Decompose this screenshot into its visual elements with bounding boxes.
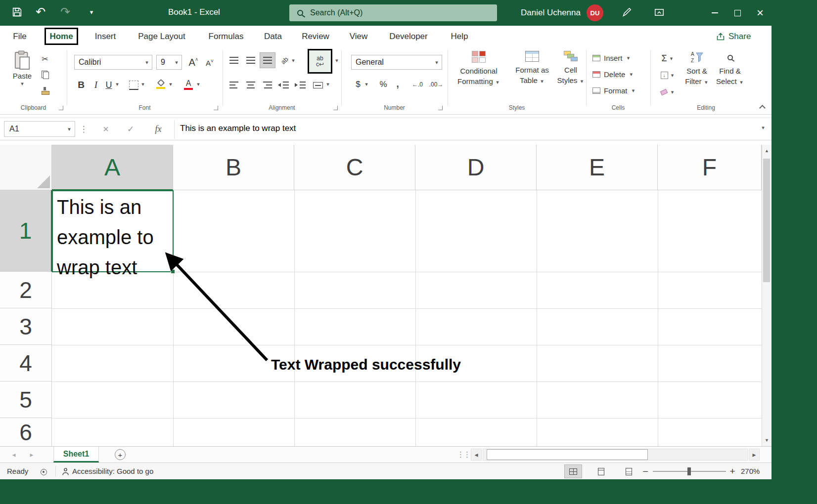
vertical-scrollbar-thumb[interactable] (763, 159, 770, 282)
number-format-combo[interactable]: General (351, 55, 442, 70)
fill-color-caret-icon[interactable] (168, 82, 173, 87)
customize-quick-access-caret-icon[interactable] (89, 9, 94, 15)
copy-button[interactable] (39, 69, 51, 81)
fill-handle[interactable] (171, 269, 175, 274)
column-header-b[interactable]: B (173, 145, 294, 190)
clear-button[interactable] (658, 85, 678, 98)
formula-input[interactable]: This is an example to wrap text (180, 124, 296, 133)
fill-button[interactable]: ↓ (658, 69, 678, 82)
row-header-2[interactable]: 2 (0, 272, 52, 308)
vertical-scrollbar[interactable] (762, 145, 772, 446)
merge-center-button[interactable] (312, 78, 324, 92)
collapse-ribbon-button[interactable] (758, 104, 767, 111)
autosum-button[interactable]: Σ (658, 52, 678, 65)
undo-button[interactable]: ↶ (36, 5, 45, 19)
tab-developer[interactable]: Developer (385, 26, 432, 47)
increase-indent-button[interactable] (294, 79, 307, 91)
bottom-align-button[interactable] (260, 53, 275, 68)
top-align-button[interactable] (227, 53, 241, 68)
tab-file[interactable]: File (8, 26, 32, 47)
ribbon-display-options-icon[interactable] (654, 7, 665, 18)
row-header-4[interactable]: 4 (0, 345, 52, 381)
borders-caret-icon[interactable] (140, 82, 145, 87)
italic-button[interactable]: I (90, 78, 102, 92)
maximize-button[interactable] (726, 0, 749, 26)
cell-a1[interactable]: This is an example to wrap text (52, 190, 174, 272)
save-icon[interactable] (12, 7, 22, 17)
insert-function-button[interactable]: fx (151, 123, 165, 135)
formula-bar-grip[interactable] (80, 124, 87, 134)
middle-align-button[interactable] (243, 53, 258, 68)
horizontal-scrollbar-thumb[interactable] (487, 449, 648, 460)
decrease-font-size-button[interactable]: A˅ (203, 56, 217, 70)
comma-style-button[interactable]: , (394, 75, 402, 90)
zoom-slider-thumb[interactable] (687, 467, 691, 475)
avatar[interactable]: DU (587, 4, 603, 21)
wrap-text-button[interactable]: ab c↩ (308, 49, 332, 74)
tab-home[interactable]: Home (45, 28, 78, 45)
hscroll-right-icon[interactable] (749, 449, 760, 461)
next-sheet-icon[interactable] (26, 450, 38, 460)
redo-button[interactable]: ↷ (60, 5, 70, 19)
cut-button[interactable]: ✂ (39, 53, 51, 65)
macro-record-button[interactable] (40, 468, 47, 476)
orientation-caret-icon[interactable] (291, 58, 296, 63)
font-color-button[interactable]: A (182, 77, 195, 92)
share-button[interactable]: Share (716, 30, 751, 43)
accounting-format-button[interactable]: $ (353, 78, 363, 91)
column-header-e[interactable]: E (537, 145, 658, 190)
font-dialog-launcher[interactable] (214, 106, 218, 110)
minimize-button[interactable] (703, 0, 726, 26)
search-input[interactable]: Search (Alt+Q) (289, 4, 497, 21)
inking-icon[interactable] (621, 7, 632, 18)
column-header-c[interactable]: C (294, 145, 415, 190)
increase-font-size-button[interactable]: A˄ (186, 55, 201, 70)
cell-styles-button[interactable]: Cell Styles (557, 51, 585, 85)
hscroll-left-icon[interactable] (471, 449, 482, 461)
increase-decimal-button[interactable]: ←.0 (408, 78, 426, 91)
user-name[interactable]: Daniel Uchenna (521, 8, 581, 18)
conditional-formatting-button[interactable]: Conditional Formatting (451, 51, 506, 86)
row-header-1[interactable]: 1 (0, 190, 52, 272)
tab-formulas[interactable]: Formulas (205, 26, 247, 47)
sort-filter-button[interactable]: AZ Sort & Filter (681, 51, 712, 86)
delete-cells-button[interactable]: Delete (592, 69, 647, 80)
underline-caret-icon[interactable] (115, 82, 120, 87)
accounting-caret-icon[interactable] (364, 82, 369, 87)
paste-button[interactable]: Paste (8, 50, 37, 86)
zoom-out-button[interactable]: − (641, 466, 650, 476)
underline-button[interactable]: U (103, 78, 115, 92)
view-normal-button[interactable] (565, 465, 582, 478)
font-color-caret-icon[interactable] (196, 82, 201, 87)
format-cells-button[interactable]: Format (592, 85, 647, 96)
tab-view[interactable]: View (344, 26, 373, 47)
select-all-corner[interactable] (0, 145, 52, 190)
sheet-bar-grip[interactable]: ⋮⋮ (459, 450, 468, 460)
scroll-up-icon[interactable] (762, 145, 772, 157)
accessibility-status[interactable]: Accessibility: Good to go (72, 467, 153, 475)
column-header-d[interactable]: D (415, 145, 537, 190)
tab-review[interactable]: Review (298, 26, 333, 47)
row-header-6[interactable]: 6 (0, 418, 52, 446)
merge-center-caret-icon[interactable] (325, 82, 330, 87)
format-as-table-button[interactable]: Format as Table (509, 51, 555, 85)
expand-formula-bar-caret-icon[interactable] (761, 125, 766, 130)
font-size-combo[interactable]: 9 (156, 55, 182, 70)
decrease-decimal-button[interactable]: .00→ (427, 78, 445, 91)
add-sheet-button[interactable]: + (115, 449, 126, 460)
name-box[interactable]: A1 (4, 121, 75, 137)
insert-cells-button[interactable]: Insert (592, 53, 647, 63)
tab-insert[interactable]: Insert (91, 26, 120, 47)
row-header-3[interactable]: 3 (0, 308, 52, 345)
bold-button[interactable]: B (74, 78, 88, 92)
column-header-a[interactable]: A (52, 145, 173, 190)
previous-sheet-icon[interactable] (8, 450, 20, 460)
tab-help[interactable]: Help (446, 26, 473, 47)
number-dialog-launcher[interactable] (438, 106, 443, 110)
scroll-down-icon[interactable] (762, 434, 772, 446)
close-button[interactable] (749, 0, 772, 26)
decrease-indent-button[interactable] (277, 79, 290, 91)
clipboard-dialog-launcher[interactable] (59, 106, 63, 110)
view-page-break-button[interactable] (620, 465, 637, 478)
orientation-button[interactable]: ab (278, 54, 291, 67)
